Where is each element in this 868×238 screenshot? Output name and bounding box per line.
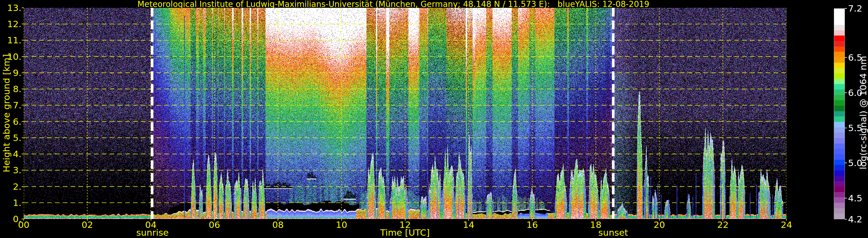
x-tick-mark (341, 219, 342, 221)
y-tick-label: 6. (0, 116, 22, 127)
y-tick-label: 13. (0, 2, 22, 13)
x-tick-mark (532, 219, 532, 221)
colorbar-tick-mark (845, 128, 847, 128)
y-tick-mark (22, 40, 24, 40)
colorbar-tick-label: 7.2 (848, 3, 862, 14)
colorbar-tick-label: 6.0 (848, 87, 862, 98)
y-tick-mark (22, 202, 24, 203)
y-tick-mark (22, 105, 24, 105)
x-tick-mark (214, 219, 215, 221)
x-tick-mark (722, 219, 723, 221)
colorbar-tick-mark (845, 93, 847, 93)
x-tick-label: 16 (526, 219, 538, 230)
y-tick-mark (22, 154, 24, 154)
y-tick-mark (22, 170, 24, 170)
colorbar-tick-mark (845, 163, 847, 163)
y-tick-label: 12. (0, 19, 22, 30)
y-tick-label: 1. (0, 197, 22, 208)
x-tick-mark (24, 219, 24, 221)
y-tick-label: 8. (0, 83, 22, 95)
x-tick-mark (786, 219, 787, 221)
colorbar-tick-label: 4.2 (848, 214, 862, 225)
x-tick-mark (87, 219, 88, 221)
x-tick-label: 06 (209, 219, 220, 230)
sunset-label: sunset (598, 227, 628, 238)
y-tick-label: 5. (0, 132, 22, 143)
x-tick-mark (278, 219, 278, 221)
y-tick-mark (22, 121, 24, 122)
y-tick-label: 3. (0, 165, 22, 176)
y-tick-mark (22, 186, 24, 187)
colorbar-tick-label: 5.0 (848, 158, 862, 168)
x-tick-mark (151, 219, 151, 221)
colorbar-tick-label: 4.5 (848, 193, 862, 204)
x-tick-label: 20 (654, 219, 665, 230)
x-tick-label: 02 (82, 219, 93, 230)
y-tick-mark (22, 89, 24, 89)
y-tick-label: 2. (0, 181, 22, 192)
x-tick-label: 00 (18, 219, 29, 230)
y-tick-mark (22, 24, 24, 24)
colorbar (834, 8, 845, 219)
x-tick-mark (468, 219, 469, 221)
x-tick-label: 14 (463, 219, 474, 230)
x-tick-mark (405, 219, 405, 221)
y-tick-mark (22, 56, 24, 57)
x-tick-label: 10 (336, 219, 347, 230)
y-tick-mark (22, 72, 24, 73)
y-tick-mark (22, 137, 24, 138)
lidar-quicklook-figure: Meteorological Institute of Ludwig-Maxim… (0, 0, 868, 238)
x-tick-label: 12 (399, 219, 411, 230)
colorbar-tick-mark (845, 57, 847, 58)
x-tick-label: 24 (781, 219, 792, 230)
colorbar-tick-label: 6.5 (848, 52, 862, 63)
y-tick-label: 4. (0, 148, 22, 160)
y-tick-label: 7. (0, 100, 22, 111)
colorbar-label: log(rc-signal) @ 1064 nm (858, 56, 868, 170)
colorbar-tick-mark (845, 8, 847, 9)
colorbar-tick-mark (845, 219, 847, 219)
x-tick-label: 08 (272, 219, 283, 230)
colorbar-tick-mark (845, 198, 847, 198)
x-tick-mark (595, 219, 596, 221)
y-tick-mark (22, 7, 24, 8)
x-tick-label: 04 (145, 219, 156, 230)
x-tick-label: 22 (717, 219, 728, 230)
y-tick-label: 10. (0, 51, 22, 62)
y-tick-label: 9. (0, 67, 22, 78)
colorbar-tick-label: 5.5 (848, 123, 862, 133)
x-tick-mark (659, 219, 660, 221)
time-height-heatmap (24, 8, 786, 219)
x-tick-label: 18 (590, 219, 601, 230)
y-tick-label: 11. (0, 35, 22, 46)
